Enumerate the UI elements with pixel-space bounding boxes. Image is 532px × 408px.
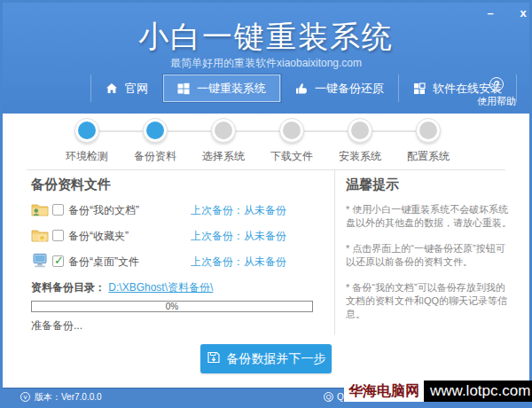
backup-dir-label: 资料备份目录：: [31, 281, 106, 294]
last-backup-link[interactable]: 上次备份：从未备份: [191, 203, 286, 218]
backup-dir-row: 资料备份目录： D:\XBGhost\资料备份\: [31, 280, 213, 295]
version-icon: v: [20, 392, 30, 402]
last-backup-link[interactable]: 上次备份：从未备份: [191, 229, 286, 244]
checkbox-my-documents[interactable]: [52, 204, 64, 216]
checkbox-favorites[interactable]: [52, 230, 64, 241]
step-install-system: 安装系统: [332, 118, 388, 164]
thumb-up-icon: [295, 82, 308, 95]
backup-row-desktop: ✓ 备份“桌面”文件 上次备份：从未备份: [31, 253, 324, 271]
home-icon: [106, 82, 118, 95]
app-subtitle: 最简单好用的重装软件xiaobaixitong.com: [3, 56, 529, 71]
step-download-files: 下载文件: [263, 118, 320, 164]
nav-tab-label: 一键重装系统: [197, 81, 266, 97]
documents-folder-icon: [31, 201, 49, 221]
tip-item: * 点击界面上的“一键备份还原”按钮可以还原以前备份的资料文件。: [346, 242, 514, 269]
windows-icon: [177, 82, 190, 95]
step-dot: [279, 118, 304, 143]
version-text: 版本：Ver7.0.0.0: [35, 391, 102, 404]
help-button[interactable]: ? 使用帮助: [470, 77, 523, 108]
tips-body: * 使用小白一键重装系统不会破坏系统盘以外的其他盘的数据，请放心重装。 * 点击…: [346, 203, 514, 333]
backup-progress-bar: 0%: [31, 301, 313, 312]
check-icon: ✓: [54, 254, 64, 267]
step-select-system: 选择系统: [195, 118, 252, 164]
progress-percent: 0%: [32, 302, 312, 312]
backup-row-label: 备份“我的文档”: [68, 203, 139, 218]
horizontal-divider: [27, 169, 505, 170]
nav-tab-backup-restore[interactable]: 一键备份还原: [281, 75, 399, 102]
step-dot: [416, 118, 441, 143]
step-dot: [348, 118, 372, 143]
step-backup-data: 备份资料: [127, 118, 184, 164]
question-mark-icon: ?: [489, 77, 504, 91]
backup-row-my-documents: 备份“我的文档” 上次备份：从未备份: [31, 201, 324, 219]
desktop-icon: [31, 253, 49, 272]
footer-version: v 版本：Ver7.0.0.0: [20, 388, 102, 405]
step-dot: [74, 118, 99, 143]
backup-row-label: 备份“桌面”文件: [68, 255, 139, 270]
watermark: 华海电脑网 www.lotpc.com: [344, 381, 532, 402]
app-grid-icon: [413, 82, 426, 95]
backup-and-next-button[interactable]: 备份数据并下一步: [200, 344, 332, 373]
app-title: 小白一键重装系统: [3, 17, 529, 58]
step-dot: [143, 118, 168, 143]
favorites-folder-icon: [31, 227, 49, 247]
nav-bar: 官网 一键重装系统 一键备份还原 软件在线安装: [90, 75, 517, 102]
watermark-site-name: 华海电脑网: [344, 381, 424, 402]
nav-tab-reinstall-system[interactable]: 一键重装系统: [163, 75, 281, 102]
backup-panel-title: 备份资料文件: [31, 177, 111, 193]
tip-item: * 备份“我的文档”可以备份存放到我的文档的资料文件和QQ的聊天记录等信息。: [346, 281, 514, 321]
backup-row-favorites: 备份“收藏夹” 上次备份：从未备份: [31, 227, 324, 245]
nav-tab-label: 一键备份还原: [315, 81, 384, 97]
step-configure-system: 配置系统: [400, 118, 457, 164]
last-backup-link[interactable]: 上次备份：从未备份: [191, 255, 286, 270]
nav-tab-official-site[interactable]: 官网: [90, 75, 163, 102]
watermark-site-url: www.lotpc.com: [424, 381, 532, 402]
help-label: 使用帮助: [470, 95, 523, 108]
tip-item: * 使用小白一键重装系统不会破坏系统盘以外的其他盘的数据，请放心重装。: [346, 203, 514, 230]
backup-dir-link[interactable]: D:\XBGhost\资料备份\: [108, 281, 213, 294]
step-dot: [211, 118, 236, 143]
vertical-divider: [334, 169, 335, 334]
nav-tab-label: 官网: [125, 81, 148, 97]
tips-panel-title: 温馨提示: [346, 177, 399, 193]
step-env-check: 环境检测: [59, 118, 115, 164]
backup-save-icon: [207, 350, 221, 367]
backup-and-next-label: 备份数据并下一步: [227, 351, 326, 367]
qq-icon: Q: [324, 392, 333, 402]
backup-row-label: 备份“收藏夹”: [68, 229, 129, 244]
checkbox-desktop[interactable]: ✓: [52, 255, 64, 267]
backup-status-text: 准备备份...: [31, 318, 82, 333]
